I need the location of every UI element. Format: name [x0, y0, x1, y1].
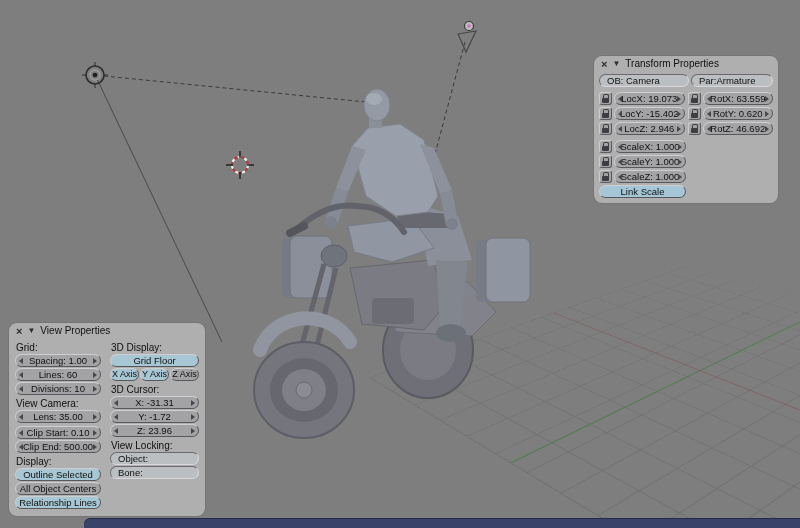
locz-field[interactable]: LocZ: 2.946	[614, 122, 685, 135]
window-header-strip[interactable]	[84, 518, 800, 528]
grid-divisions-field[interactable]: Divisions: 10	[15, 382, 101, 395]
headlight[interactable]	[321, 245, 347, 267]
left-grip[interactable]	[290, 226, 304, 233]
cursor-y-field[interactable]: Y: -1.72	[110, 410, 199, 423]
toggle-outline-selected[interactable]: Outline Selected	[15, 468, 101, 481]
lock-icon[interactable]	[599, 140, 612, 153]
cursor-z-field[interactable]: Z: 23.96	[110, 424, 199, 437]
panel-header[interactable]: × ▼ Transform Properties	[594, 56, 778, 72]
roty-field[interactable]: RotY: 0.620	[703, 107, 774, 120]
close-icon[interactable]: ×	[601, 56, 607, 72]
toggle-y-axis[interactable]: Y Axis	[140, 368, 169, 381]
rider-left-hand[interactable]	[325, 216, 337, 228]
parent-field[interactable]: Par:Armature	[691, 74, 773, 87]
cursor-x-field[interactable]: X: -31.31	[110, 396, 199, 409]
rotz-field[interactable]: RotZ: 46.692	[703, 122, 774, 135]
3d-cursor	[226, 151, 254, 179]
panel-title: Transform Properties	[625, 56, 719, 72]
toggle-grid-floor[interactable]: Grid Floor	[110, 354, 199, 367]
locy-field[interactable]: LocY: -15.402	[614, 107, 685, 120]
grid-spacing-field[interactable]: Spacing: 1.00	[15, 354, 101, 367]
collapse-icon[interactable]: ▼	[612, 56, 620, 72]
lens-field[interactable]: Lens: 35.00	[15, 410, 101, 423]
lock-icon[interactable]	[688, 107, 701, 120]
panel-header[interactable]: × ▼ View Properties	[9, 323, 205, 339]
right-pannier[interactable]	[486, 238, 530, 302]
display-label: Display:	[16, 456, 101, 467]
view-properties-panel: × ▼ View Properties Grid: Spacing: 1.00 …	[8, 322, 206, 517]
clip-start-field[interactable]: Clip Start: 0.10	[15, 426, 101, 439]
panel-title: View Properties	[40, 323, 110, 339]
lock-icon[interactable]	[688, 122, 701, 135]
rider-torso[interactable]	[352, 124, 438, 216]
lock-icon[interactable]	[599, 107, 612, 120]
toggle-z-axis[interactable]: Z Axis	[170, 368, 199, 381]
toggle-relationship-lines[interactable]: Relationship Lines	[15, 496, 101, 509]
rider-head-highlight	[366, 93, 382, 105]
grid-label: Grid:	[16, 342, 101, 353]
rider-right-hand[interactable]	[446, 218, 458, 230]
ob-name-field[interactable]: OB: Camera	[599, 74, 689, 87]
view-locking-label: View Locking:	[111, 440, 199, 451]
camera-object[interactable]	[82, 62, 108, 88]
3d-cursor-label: 3D Cursor:	[111, 384, 199, 395]
grid-lines-field[interactable]: Lines: 60	[15, 368, 101, 381]
clip-end-field[interactable]: Clip End: 500.00	[15, 440, 101, 453]
collapse-icon[interactable]: ▼	[27, 323, 35, 339]
camera-track-line	[97, 79, 222, 342]
camera-relationship-line	[104, 76, 366, 102]
toggle-all-object-centers[interactable]: All Object Centers	[15, 482, 101, 495]
engine-detail[interactable]	[372, 298, 414, 324]
3d-viewport[interactable]: × ▼ Transform Properties OB: Camera Par:…	[0, 0, 800, 528]
scaley-field[interactable]: ScaleY: 1.000	[614, 155, 686, 168]
lock-icon[interactable]	[599, 122, 612, 135]
close-icon[interactable]: ×	[16, 323, 22, 339]
toggle-x-axis[interactable]: X Axis	[110, 368, 139, 381]
lock-icon[interactable]	[599, 170, 612, 183]
front-hub[interactable]	[296, 382, 312, 398]
transform-properties-panel: × ▼ Transform Properties OB: Camera Par:…	[593, 55, 779, 204]
scalex-field[interactable]: ScaleX: 1.000	[614, 140, 686, 153]
view-camera-label: View Camera:	[16, 398, 101, 409]
3d-display-label: 3D Display:	[111, 342, 199, 353]
lock-object-field[interactable]: Object:	[110, 452, 199, 465]
rotx-field[interactable]: RotX: 63.559	[703, 92, 774, 105]
rider-boot[interactable]	[436, 324, 466, 342]
lamp-object[interactable]	[458, 22, 476, 53]
lock-bone-field[interactable]: Bone:	[110, 466, 199, 479]
motorcycle-and-rider-model[interactable]	[254, 89, 530, 438]
lock-icon[interactable]	[688, 92, 701, 105]
scalez-field[interactable]: ScaleZ: 1.000	[614, 170, 686, 183]
lock-icon[interactable]	[599, 155, 612, 168]
link-scale-button[interactable]: Link Scale	[599, 185, 686, 198]
lock-icon[interactable]	[599, 92, 612, 105]
locx-field[interactable]: LocX: 19.073	[614, 92, 685, 105]
